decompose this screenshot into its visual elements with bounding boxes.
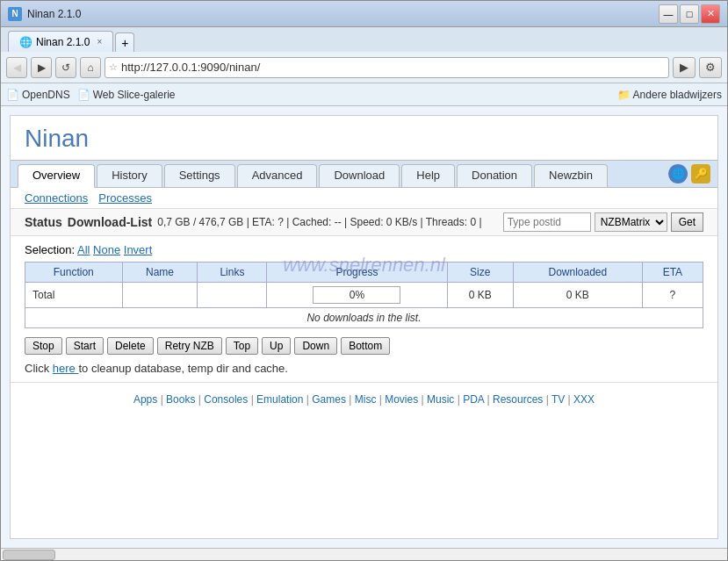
footer-link-books[interactable]: Books <box>166 393 195 406</box>
url-input[interactable] <box>121 61 665 74</box>
footer-link-consoles[interactable]: Consoles <box>204 393 248 406</box>
footer-link-games[interactable]: Games <box>312 393 346 406</box>
top-button[interactable]: Top <box>226 337 258 355</box>
footer-link-xxx[interactable]: XXX <box>573 393 595 406</box>
tab-overview[interactable]: Overview <box>18 164 95 188</box>
minimize-button[interactable]: — <box>659 4 678 24</box>
footer-link-misc[interactable]: Misc <box>355 393 377 406</box>
delete-button[interactable]: Delete <box>107 337 154 355</box>
browser-tab-active[interactable]: 🌐 Ninan 2.1.0 × <box>8 31 113 52</box>
key-button[interactable]: 🔑 <box>691 164 710 183</box>
status-stats: 0,7 GB / 476,7 GB | ETA: ? | Cached: -- … <box>157 216 481 228</box>
retry-nzb-button[interactable]: Retry NZB <box>157 337 222 355</box>
bookmark-opendns[interactable]: 📄 OpenDNS <box>6 89 70 101</box>
bookmarks-bar: 📄 OpenDNS 📄 Web Slice-galerie 📁 Andere b… <box>1 83 727 106</box>
bookmark-webslice[interactable]: 📄 Web Slice-galerie <box>77 89 176 101</box>
table-row-total: Total 0% 0 KB 0 KB ? <box>25 283 703 308</box>
scrollbar-thumb[interactable] <box>3 550 55 560</box>
selection-invert[interactable]: Invert <box>124 243 153 256</box>
total-downloaded: 0 KB <box>513 283 642 308</box>
go-button[interactable]: ▶ <box>673 57 696 78</box>
bottom-button[interactable]: Bottom <box>341 337 390 355</box>
cleanup-link[interactable]: here <box>53 362 79 375</box>
table-row-empty: No downloads in the list. <box>25 308 703 328</box>
sub-nav-connections[interactable]: Connections <box>25 191 88 205</box>
browser-icon: N <box>8 7 22 21</box>
back-button[interactable]: ◀ <box>6 57 27 78</box>
maximize-button[interactable]: □ <box>680 4 699 24</box>
tab-close-button[interactable]: × <box>97 37 102 47</box>
tab-extras: 🌐 🔑 <box>668 164 710 187</box>
content-main: www.snelrennen.nl Selection: All None In… <box>11 236 717 382</box>
footer-link-music[interactable]: Music <box>427 393 454 406</box>
footer-link-pda[interactable]: PDA <box>463 393 484 406</box>
tab-help[interactable]: Help <box>401 164 455 187</box>
forward-button[interactable]: ▶ <box>31 57 52 78</box>
cleanup-prefix: Click <box>25 362 49 375</box>
cleanup-text: Click here to cleanup database, temp dir… <box>25 362 703 375</box>
new-tab-button[interactable]: + <box>115 32 134 52</box>
folder-icon: 📁 <box>617 89 631 101</box>
reload-button[interactable]: ↺ <box>55 57 76 78</box>
col-eta: ETA <box>642 263 703 283</box>
tools-button[interactable]: ⚙ <box>699 57 722 78</box>
footer-link-apps[interactable]: Apps <box>133 393 157 406</box>
globe-button[interactable]: 🌐 <box>668 164 688 183</box>
address-bar-right: ▶ ⚙ <box>673 57 722 78</box>
selection-label: Selection: <box>25 243 77 256</box>
status-input-row: NZBMatrix NZBIndex Get <box>503 212 703 232</box>
page-nav-tabs: Overview History Settings Advanced Downl… <box>11 160 717 188</box>
star-icon: ☆ <box>109 61 118 73</box>
total-eta: ? <box>642 283 703 308</box>
horizontal-scrollbar[interactable] <box>1 548 727 560</box>
sub-nav-processes[interactable]: Processes <box>98 191 152 205</box>
tab-newzbin[interactable]: Newzbin <box>534 164 608 187</box>
total-label: Total <box>25 283 123 308</box>
total-links <box>198 283 267 308</box>
download-table: Function Name Links Progress Size Downlo… <box>25 262 703 328</box>
action-buttons: Stop Start Delete Retry NZB Top Up Down … <box>25 337 703 355</box>
col-name: Name <box>122 263 198 283</box>
postid-input[interactable] <box>503 212 591 232</box>
address-bar: ◀ ▶ ↺ ⌂ ☆ ▶ ⚙ <box>1 52 727 83</box>
progress-bar: 0% <box>313 286 400 304</box>
stop-button[interactable]: Stop <box>25 337 62 355</box>
title-bar: N Ninan 2.1.0 — □ ✕ <box>1 1 727 27</box>
tab-title: Ninan 2.1.0 <box>36 36 90 48</box>
status-label: Status <box>25 215 62 229</box>
footer-link-movies[interactable]: Movies <box>385 393 418 406</box>
get-button[interactable]: Get <box>671 212 703 232</box>
bookmark-label: OpenDNS <box>22 89 70 101</box>
footer-link-emulation[interactable]: Emulation <box>256 393 303 406</box>
up-button[interactable]: Up <box>262 337 291 355</box>
selection-bar: Selection: All None Invert <box>25 243 703 256</box>
browser-window: N Ninan 2.1.0 — □ ✕ 🌐 Ninan 2.1.0 × + ◀ … <box>0 0 728 561</box>
tab-settings[interactable]: Settings <box>164 164 235 187</box>
col-downloaded: Downloaded <box>513 263 642 283</box>
tab-advanced[interactable]: Advanced <box>237 164 318 187</box>
close-button[interactable]: ✕ <box>701 4 720 24</box>
other-bookmarks-label: Andere bladwijzers <box>633 89 722 101</box>
down-button[interactable]: Down <box>294 337 337 355</box>
page-title: Ninan <box>25 125 703 153</box>
tab-history[interactable]: History <box>97 164 162 187</box>
window-controls: — □ ✕ <box>659 4 720 24</box>
selection-none[interactable]: None <box>93 243 120 256</box>
download-list-heading: Download-List <box>68 215 152 229</box>
bookmark-icon: 📄 <box>6 89 19 101</box>
browser-tab-bar: 🌐 Ninan 2.1.0 × + <box>1 27 727 52</box>
tab-donation[interactable]: Donation <box>457 164 532 187</box>
start-button[interactable]: Start <box>66 337 104 355</box>
url-bar-container: ☆ <box>105 57 669 78</box>
sub-nav: Connections Processes <box>11 188 717 209</box>
nzb-source-select[interactable]: NZBMatrix NZBIndex <box>595 212 667 232</box>
tab-download[interactable]: Download <box>319 164 400 187</box>
other-bookmarks[interactable]: 📁 Andere bladwijzers <box>617 89 722 101</box>
home-button[interactable]: ⌂ <box>80 57 101 78</box>
selection-all[interactable]: All <box>77 243 90 256</box>
footer-link-resources[interactable]: Resources <box>493 393 543 406</box>
window-title: Ninan 2.1.0 <box>27 8 653 20</box>
total-progress: 0% <box>267 283 447 308</box>
cleanup-suffix: to cleanup database, temp dir and cache. <box>78 362 288 375</box>
footer-link-tv[interactable]: TV <box>551 393 565 406</box>
